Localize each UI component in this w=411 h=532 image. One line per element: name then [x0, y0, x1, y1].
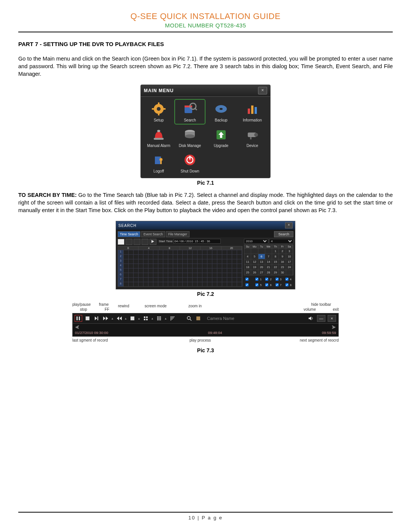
mode-1x1-button[interactable]: [118, 239, 124, 245]
year-select[interactable]: 2010: [244, 239, 268, 244]
calendar-day[interactable]: 19: [251, 264, 258, 270]
calendar-day[interactable]: 2: [279, 248, 286, 254]
calendar-day[interactable]: 24: [286, 264, 293, 270]
frame-button[interactable]: [93, 315, 100, 321]
calendar-day[interactable]: [286, 270, 293, 275]
stop-button[interactable]: [84, 315, 91, 321]
calendar-day[interactable]: 1: [272, 248, 279, 254]
calendar-day[interactable]: 27: [258, 270, 265, 275]
channel-checkbox[interactable]: 8: [284, 282, 293, 288]
svg-rect-5: [163, 108, 166, 110]
calendar-day[interactable]: 13: [258, 259, 265, 264]
tab-file-manager[interactable]: File Manager: [166, 231, 190, 237]
time-grid-row[interactable]: 2: [118, 254, 242, 259]
channel-checkbox[interactable]: 6: [264, 282, 273, 288]
channel-checkbox[interactable]: 7: [274, 282, 284, 288]
color-button[interactable]: [195, 315, 202, 321]
calendar-day[interactable]: 18: [244, 264, 251, 270]
calendar-day[interactable]: 9: [279, 254, 286, 259]
calendar-day[interactable]: 20: [258, 264, 265, 270]
calendar-day[interactable]: 15: [272, 259, 279, 264]
channel-checkbox[interactable]: [244, 276, 253, 282]
mode-4x4-button[interactable]: [142, 239, 148, 245]
channel-checkbox[interactable]: 3: [274, 276, 284, 282]
calendar-day[interactable]: 14: [265, 259, 272, 264]
menu-item-upgrade[interactable]: Upgrade: [206, 125, 236, 149]
svg-rect-35: [144, 316, 145, 318]
channel-checkbox[interactable]: 4: [284, 276, 293, 282]
calendar-day[interactable]: 16: [279, 259, 286, 264]
time-grid[interactable]: 048121620 12345678: [118, 246, 242, 287]
menu-item-setup[interactable]: Setup: [144, 100, 174, 124]
tab-event-search[interactable]: Event Search: [141, 231, 165, 237]
menu-item-device[interactable]: Device: [237, 125, 267, 149]
screen-1-button[interactable]: [129, 315, 136, 321]
calendar-day[interactable]: [258, 248, 265, 254]
calendar-day[interactable]: [251, 248, 258, 254]
screen-4-button[interactable]: [142, 315, 149, 321]
calendar-day[interactable]: 11: [244, 259, 251, 264]
calendar-day[interactable]: 21: [265, 264, 272, 270]
exit-button[interactable]: ×: [328, 315, 336, 322]
time-grid-row[interactable]: 8: [118, 282, 242, 286]
calendar-day[interactable]: 5: [251, 254, 258, 259]
time-grid-row[interactable]: 7: [118, 277, 242, 282]
calendar-day[interactable]: 6: [258, 254, 265, 259]
screen-16-button[interactable]: [169, 315, 176, 321]
mode-2x2-button[interactable]: [126, 239, 132, 245]
calendar-day[interactable]: 28: [265, 270, 272, 275]
calendar-day[interactable]: 22: [272, 264, 279, 270]
calendar-day[interactable]: 4: [244, 254, 251, 259]
prev-segment-icon[interactable]: ⮜: [75, 325, 80, 330]
tab-time-search[interactable]: Time Search: [118, 231, 140, 237]
calendar-day[interactable]: [244, 248, 251, 254]
calendar-day[interactable]: 10: [286, 254, 293, 259]
rewind-button[interactable]: [116, 315, 123, 321]
label-next-segment: next segment of reocrd: [300, 338, 339, 342]
menu-item-backup[interactable]: Backup: [206, 100, 236, 124]
time-grid-row[interactable]: 3: [118, 259, 242, 264]
calendar-day[interactable]: 26: [251, 270, 258, 275]
calendar-day[interactable]: 17: [286, 259, 293, 264]
calendar-day[interactable]: 30: [279, 270, 286, 275]
menu-item-information[interactable]: Information: [237, 100, 267, 124]
calendar-day[interactable]: 25: [244, 270, 251, 275]
time-grid-row[interactable]: 6: [118, 273, 242, 277]
menu-item-disk-manage[interactable]: Disk Manage: [175, 125, 205, 149]
hide-toolbar-button[interactable]: —: [317, 315, 325, 322]
mode-3x3-button[interactable]: [134, 239, 140, 245]
channel-checkbox[interactable]: 5: [254, 282, 263, 288]
close-icon[interactable]: ×: [258, 87, 267, 94]
next-segment-icon[interactable]: ⮞: [331, 325, 336, 330]
play-pause-button[interactable]: [75, 315, 82, 321]
channel-checkbox[interactable]: 2: [264, 276, 273, 282]
calendar-day[interactable]: 7: [265, 254, 272, 259]
search-button[interactable]: Search: [274, 231, 293, 237]
calendar-day[interactable]: 29: [272, 270, 279, 275]
time-grid-row[interactable]: 1: [118, 250, 242, 254]
svg-rect-45: [157, 320, 158, 321]
start-time-input[interactable]: [174, 239, 221, 244]
main-menu-titlebar: MAIN MENU ×: [141, 85, 270, 97]
close-icon[interactable]: ×: [285, 222, 293, 228]
month-select[interactable]: 4: [269, 239, 293, 244]
screen-9-button[interactable]: [156, 315, 162, 321]
volume-button[interactable]: [308, 315, 315, 321]
zoom-button[interactable]: [186, 315, 193, 321]
menu-item-shutdown[interactable]: Shut Down: [175, 151, 205, 175]
calendar-day[interactable]: 8: [272, 254, 279, 259]
menu-item-search[interactable]: Search: [175, 100, 205, 124]
calendar-day[interactable]: [265, 248, 272, 254]
time-grid-row[interactable]: 5: [118, 268, 242, 273]
calendar-day[interactable]: 23: [279, 264, 286, 270]
time-grid-row[interactable]: 4: [118, 264, 242, 268]
playback-timeline[interactable]: ⮜⮞ 01/27/2010 09:30:00 09:48:04 09:59:59: [72, 324, 339, 337]
channel-checkbox[interactable]: [244, 282, 253, 288]
menu-item-manual-alarm[interactable]: Manual Alarm: [144, 125, 174, 149]
menu-item-logoff[interactable]: Logoff: [144, 151, 174, 175]
calendar-day[interactable]: 3: [286, 248, 293, 254]
channel-checkbox[interactable]: 1: [254, 276, 263, 282]
calendar-day[interactable]: 12: [251, 259, 258, 264]
play-button[interactable]: [150, 239, 156, 245]
ff-button[interactable]: [102, 315, 109, 321]
